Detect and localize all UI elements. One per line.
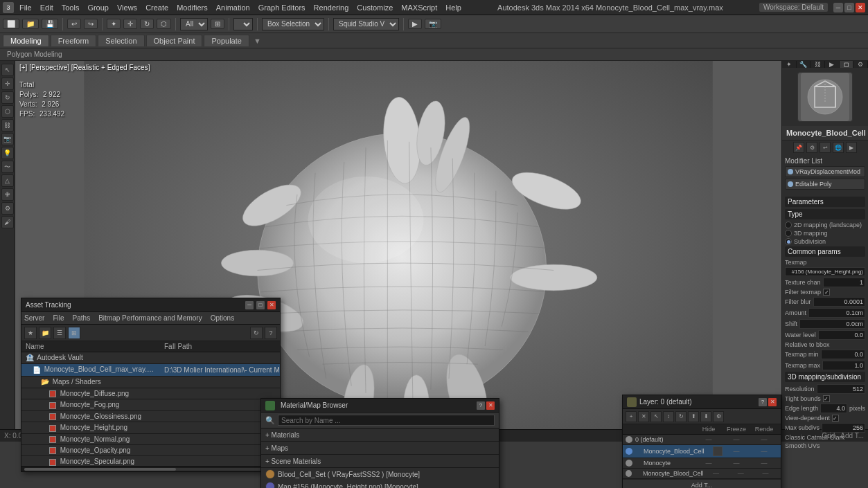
minimize-button[interactable]: ─ xyxy=(833,3,843,12)
rp-anim-btn[interactable]: ▶ xyxy=(846,142,857,153)
texmap-value[interactable]: #156 (Monocyte_Height.png) xyxy=(785,267,865,276)
mat-help-btn[interactable]: ? xyxy=(477,401,485,410)
menu-animation[interactable]: Animation xyxy=(216,3,250,12)
asset-menu-paths[interactable]: Paths xyxy=(73,314,91,322)
menu-create[interactable]: Create xyxy=(145,3,168,12)
lt-helper[interactable]: ✙ xyxy=(1,188,14,201)
layer-row-monocyte-cell[interactable]: Monocyte_Blood_Cell — — xyxy=(623,445,781,458)
camera-btn[interactable]: 📷 xyxy=(425,19,441,29)
rp-pin-btn[interactable]: 📌 xyxy=(793,142,804,153)
type-2d-radio[interactable] xyxy=(785,222,792,228)
mat-scene-toggle[interactable]: + Scene Materials xyxy=(265,458,321,465)
asset-row-specular[interactable]: Monocyte_Specular.png xyxy=(21,456,280,466)
asset-row-height[interactable]: Monocyte_Height.png xyxy=(21,422,280,433)
menu-customize[interactable]: Customize xyxy=(357,3,393,12)
asset-tb-refresh[interactable]: ↻ xyxy=(250,327,263,339)
mat-item-blood-cell[interactable]: Blood_Cell_Set ( VRayFastSSS2 ) [Monocyt… xyxy=(261,468,499,480)
tab-populate[interactable]: Populate xyxy=(204,35,249,46)
open-btn[interactable]: 📁 xyxy=(22,19,39,29)
mat-item-height-map[interactable]: Map #156 (Monocyte_Height.png) [Monocyte… xyxy=(261,480,499,488)
modifier-vray-displacement[interactable]: VRayDisplacementMod xyxy=(785,166,865,177)
rp-undo-btn[interactable]: ↩ xyxy=(820,142,831,153)
asset-row-diffuse[interactable]: Monocyte_Diffuse.png xyxy=(21,388,280,399)
edge-length-value[interactable]: 4.0 xyxy=(820,404,847,413)
asset-row-opacity[interactable]: Monocyte_Opacity.png xyxy=(21,444,280,455)
layer-row-monocyte[interactable]: Monocyte — — — xyxy=(623,458,781,469)
new-btn[interactable]: ⬜ xyxy=(3,19,19,29)
lt-spline[interactable]: 〜 xyxy=(1,161,14,173)
menu-views[interactable]: Views xyxy=(117,3,137,12)
layers-add-button[interactable]: Add T... xyxy=(623,479,781,488)
lt-select[interactable]: ↖ xyxy=(1,64,14,76)
menu-graph-editors[interactable]: Graph Editors xyxy=(258,3,305,12)
layers-settings-btn[interactable]: ⚙ xyxy=(713,411,724,422)
asset-menu-bitmap[interactable]: Bitmap Performance and Memory xyxy=(98,314,202,322)
layers-refresh-btn[interactable]: ↻ xyxy=(675,411,687,422)
menu-help[interactable]: Help xyxy=(445,3,461,12)
mat-maps-toggle[interactable]: + Maps xyxy=(265,444,288,452)
water-level-value[interactable]: 0.0 xyxy=(818,330,865,340)
lt-geometry[interactable]: △ xyxy=(1,174,14,187)
squid-dropdown[interactable]: Squid Studio V xyxy=(333,18,399,30)
rp-tab-motion[interactable]: ▶ xyxy=(825,61,840,68)
asset-table-container[interactable]: Name FaIl Path 🏦 Autodesk Vault 📄 Monocy… xyxy=(21,341,280,466)
tight-bounds-check[interactable]: ✓ xyxy=(823,395,830,402)
asset-row-gloss[interactable]: Monocyte_Glossiness.png xyxy=(21,410,280,422)
shift-value[interactable]: 0.0cm xyxy=(799,319,865,329)
lt-camera[interactable]: 📷 xyxy=(1,133,14,145)
asset-row-vault[interactable]: 🏦 Autodesk Vault xyxy=(21,352,280,364)
select-btn[interactable]: ✦ xyxy=(107,19,121,29)
menu-group[interactable]: Group xyxy=(87,3,109,12)
rp-tab-display[interactable]: ◻ xyxy=(840,61,854,68)
layers-help-btn[interactable]: ? xyxy=(759,398,767,406)
undo-btn[interactable]: ↩ xyxy=(67,19,81,29)
mat-close-btn[interactable]: ✕ xyxy=(486,401,495,410)
type-subdiv-radio[interactable] xyxy=(785,238,792,245)
texmap-min-value[interactable]: 0.0 xyxy=(821,350,865,359)
rp-tab-hierarchy[interactable]: ⛓ xyxy=(811,61,825,68)
view-dependent-check[interactable]: ✓ xyxy=(832,415,839,422)
asset-menu-server[interactable]: Server xyxy=(24,314,44,322)
asset-tb-help[interactable]: ? xyxy=(265,327,277,339)
rp-options-btn[interactable]: ⚙ xyxy=(806,142,817,153)
asset-menu-file[interactable]: File xyxy=(53,314,64,322)
selection-filter[interactable]: All xyxy=(180,18,208,30)
modifier-editable-poly[interactable]: Editable Poly xyxy=(785,179,865,190)
menu-maxscript[interactable]: MAXScript xyxy=(401,3,437,12)
asset-tb-list[interactable]: ☰ xyxy=(53,327,66,339)
asset-close-btn[interactable]: ✕ xyxy=(267,301,276,309)
layers-export-btn[interactable]: ⬆ xyxy=(688,411,699,422)
rotate-btn[interactable]: ↻ xyxy=(140,19,154,29)
lt-system[interactable]: ⚙ xyxy=(1,202,14,215)
layers-close-btn[interactable]: ✕ xyxy=(768,398,777,406)
layers-move-btn[interactable]: ↕ xyxy=(663,411,674,422)
rp-tab-create[interactable]: ✦ xyxy=(782,61,797,68)
asset-tb-grid[interactable]: ⊞ xyxy=(68,327,80,339)
move-btn[interactable]: ✛ xyxy=(123,19,137,29)
redo-btn[interactable]: ↪ xyxy=(84,19,98,29)
workspace-selector[interactable]: Workspace: Default xyxy=(759,3,828,12)
texture-chan-value[interactable]: 1 xyxy=(823,278,865,287)
asset-minimize-btn[interactable]: ─ xyxy=(245,301,254,309)
asset-maximize-btn[interactable]: □ xyxy=(256,301,265,309)
asset-tb-folder[interactable]: 📁 xyxy=(39,327,51,339)
filter-blur-value[interactable]: 0.0001 xyxy=(813,297,865,307)
menu-edit[interactable]: Edit xyxy=(40,3,53,12)
box-selection[interactable]: Box Selection xyxy=(262,18,324,30)
tab-object-paint[interactable]: Object Paint xyxy=(146,35,203,46)
lt-rotate[interactable]: ↻ xyxy=(1,91,14,104)
layers-delete-btn[interactable]: ✕ xyxy=(638,411,649,422)
tab-modeling[interactable]: Modeling xyxy=(3,35,49,46)
menu-file[interactable]: File xyxy=(19,3,32,12)
save-btn[interactable]: 💾 xyxy=(42,19,58,29)
lt-light[interactable]: 💡 xyxy=(1,147,14,159)
menu-tools[interactable]: Tools xyxy=(62,3,80,12)
mat-search-input[interactable] xyxy=(278,415,495,426)
lt-move[interactable]: ✛ xyxy=(1,78,14,90)
layers-add-btn[interactable]: + xyxy=(626,411,637,422)
menu-rendering[interactable]: Rendering xyxy=(314,3,349,12)
filter-texmap-check[interactable]: ✓ xyxy=(823,289,830,296)
layer-row-default[interactable]: 0 (default) — — — xyxy=(623,435,781,445)
type-3d-radio[interactable] xyxy=(785,230,792,237)
asset-row-normal[interactable]: Monocyte_Normal.png xyxy=(21,433,280,444)
